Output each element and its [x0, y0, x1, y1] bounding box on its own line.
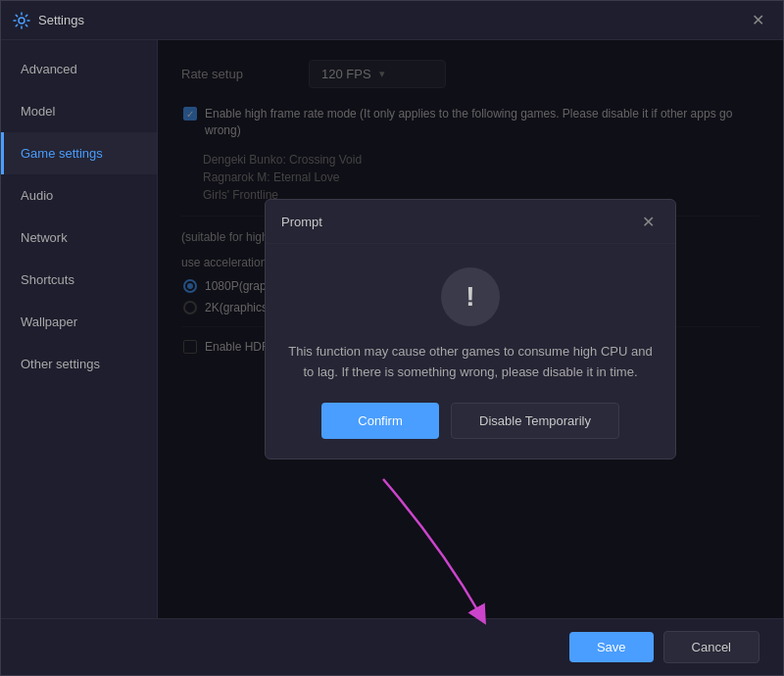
dialog-buttons: Confirm Disable Temporarily [285, 403, 656, 439]
sidebar-item-other-settings[interactable]: Other settings [1, 343, 157, 385]
bottom-bar: Save Cancel [1, 618, 783, 675]
sidebar: Advanced Model Game settings Audio Netwo… [1, 40, 158, 618]
sidebar-item-audio[interactable]: Audio [1, 174, 157, 217]
dialog-body: ! This function may cause other games to… [266, 244, 675, 459]
settings-window: Settings ✕ Advanced Model Game settings … [0, 0, 784, 676]
sidebar-item-shortcuts[interactable]: Shortcuts [1, 259, 157, 301]
window-title: Settings [38, 13, 744, 27]
exclamation-icon: ! [466, 283, 474, 311]
disable-temporarily-button[interactable]: Disable Temporarily [451, 403, 619, 439]
dialog-titlebar: Prompt ✕ [266, 200, 675, 244]
save-button[interactable]: Save [569, 632, 654, 662]
sidebar-item-advanced[interactable]: Advanced [1, 48, 157, 90]
content-area: Advanced Model Game settings Audio Netwo… [1, 40, 783, 618]
dialog-close-button[interactable]: ✕ [636, 210, 660, 233]
cancel-button[interactable]: Cancel [663, 631, 760, 663]
prompt-dialog: Prompt ✕ ! This function may cause other… [265, 199, 676, 459]
dialog-overlay: Prompt ✕ ! This function may cause other… [158, 40, 783, 618]
main-content: Rate setup 120 FPS ▾ ✓ Enable high frame… [158, 40, 783, 618]
dialog-message: This function may cause other games to c… [285, 342, 656, 383]
sidebar-item-network[interactable]: Network [1, 217, 157, 259]
titlebar: Settings ✕ [1, 1, 783, 40]
sidebar-item-game-settings[interactable]: Game settings [1, 132, 157, 174]
window-close-button[interactable]: ✕ [744, 7, 771, 34]
sidebar-item-model[interactable]: Model [1, 90, 157, 132]
warning-circle: ! [441, 267, 500, 326]
confirm-button[interactable]: Confirm [321, 403, 439, 439]
sidebar-item-wallpaper[interactable]: Wallpaper [1, 301, 157, 343]
dialog-title: Prompt [281, 215, 636, 229]
svg-point-0 [19, 18, 24, 24]
settings-icon [13, 12, 30, 29]
